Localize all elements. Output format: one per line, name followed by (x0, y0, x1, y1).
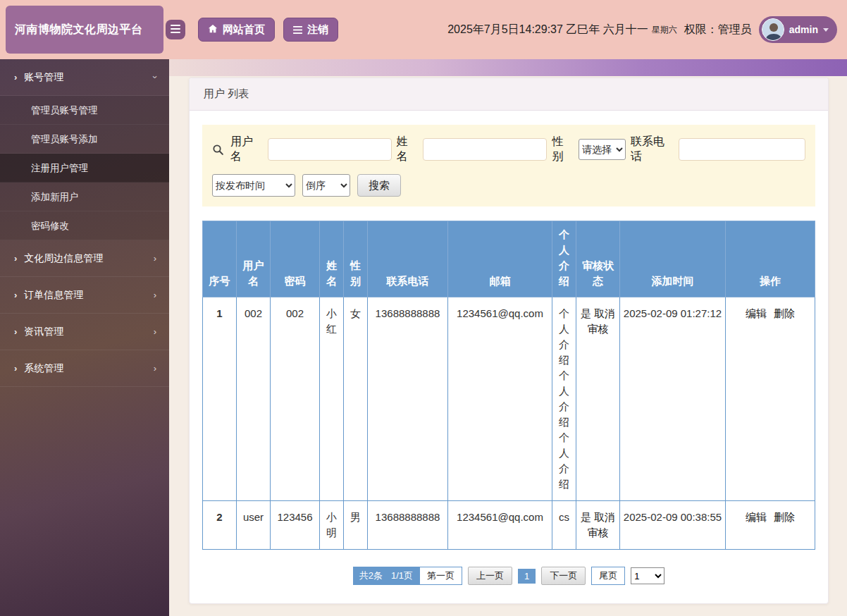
cell-name: 小明 (320, 501, 344, 550)
gender-label: 性别 (552, 135, 574, 164)
sidebar-item-culture-info-management[interactable]: › 文化周边信息管理 › (0, 240, 169, 277)
user-list-card: 用户 列表 用户名 姓名 性别 (189, 78, 829, 604)
page-select[interactable]: 1 (631, 567, 664, 584)
sidebar-subitem-admin-account-add[interactable]: 管理员账号添加 (0, 125, 169, 154)
col-email: 邮箱 (448, 221, 552, 297)
phone-label: 联系电话 (631, 135, 674, 164)
home-button[interactable]: 网站首页 (198, 18, 275, 42)
sidebar-item-news-management[interactable]: › 资讯管理 › (0, 314, 169, 350)
username-input[interactable] (268, 138, 392, 161)
home-button-label: 网站首页 (223, 23, 265, 37)
cancel-audit-link[interactable]: 取消审核 (588, 511, 616, 538)
sidebar-submenu-account: 管理员账号管理 管理员账号添加 注册用户管理 添加新用户 密码修改 (0, 96, 169, 240)
sidebar-item-label: 账号管理 (24, 71, 63, 84)
delete-link[interactable]: 删除 (774, 307, 795, 319)
sidebar-item-label: 资讯管理 (24, 326, 63, 338)
sort-order-select[interactable]: 倒序 (302, 174, 350, 197)
edit-link[interactable]: 编辑 (746, 511, 767, 523)
chevron-right-icon: › (14, 326, 17, 337)
avatar (762, 18, 784, 41)
sidebar-toggle-button[interactable] (166, 20, 185, 39)
logout-button-label: 注销 (307, 23, 328, 37)
delete-link[interactable]: 删除 (774, 511, 795, 523)
sidebar-item-system-management[interactable]: › 系统管理 › (0, 350, 169, 387)
cell-seq: 2 (203, 501, 237, 550)
chevron-right-icon: › (154, 253, 156, 264)
home-icon (208, 24, 218, 36)
last-page-button[interactable]: 尾页 (591, 567, 625, 585)
chevron-down-icon: › (149, 75, 160, 78)
chevron-right-icon: › (14, 290, 17, 300)
edit-link[interactable]: 编辑 (746, 307, 767, 319)
cell-actions: 编辑 删除 (726, 501, 815, 550)
chevron-right-icon: › (14, 72, 17, 82)
cell-intro: 个人介绍个人介绍个人介绍 (552, 297, 576, 501)
cell-name: 小红 (320, 297, 344, 501)
col-username: 用户名 (237, 221, 271, 297)
cell-phone: 13688888888 (368, 501, 448, 550)
permission-text: 权限：管理员 (684, 23, 752, 37)
cell-intro: cs (552, 501, 576, 550)
datetime-text: 2025年7月5日14:29:37 乙巳年 六月十一 (447, 23, 648, 37)
sidebar-item-order-info-management[interactable]: › 订单信息管理 › (0, 277, 169, 314)
gender-select[interactable]: 请选择 (579, 139, 626, 160)
user-menu[interactable]: admin (759, 16, 837, 43)
prev-page-button[interactable]: 上一页 (468, 567, 512, 585)
col-phone: 联系电话 (368, 221, 448, 297)
table-row: 1 002 002 小红 女 13688888888 1234561@qq.co… (203, 297, 815, 501)
search-button[interactable]: 搜索 (357, 174, 401, 197)
username-text: admin (789, 24, 818, 35)
sidebar-item-label: 系统管理 (24, 362, 63, 375)
cell-add-time: 2025-02-09 00:38:55 (620, 501, 726, 550)
sidebar-subitem-registered-user-management[interactable]: 注册用户管理 (0, 154, 169, 183)
first-page-button[interactable]: 第一页 (419, 567, 462, 585)
page-1-button[interactable]: 1 (518, 569, 536, 584)
pagination-info: 共2条 1/1页 (353, 567, 419, 585)
cell-gender: 女 (344, 297, 368, 501)
col-name: 姓名 (320, 221, 344, 297)
sidebar-subitem-add-new-user[interactable]: 添加新用户 (0, 183, 169, 211)
col-audit-status: 审核状态 (576, 221, 620, 297)
cell-audit: 是 取消审核 (576, 501, 620, 550)
chevron-right-icon: › (154, 326, 156, 337)
topbar-right: 2025年7月5日14:29:37 乙巳年 六月十一 星期六 权限：管理员 ad… (447, 16, 837, 43)
phone-input[interactable] (679, 138, 805, 161)
chevron-right-icon: › (154, 363, 156, 374)
sidebar: › 账号管理 › 管理员账号管理 管理员账号添加 注册用户管理 添加新用户 密码… (0, 59, 169, 616)
chevron-right-icon: › (154, 290, 156, 300)
pagination: 共2条 1/1页 第一页 上一页 1 下一页 尾页 1 (202, 567, 815, 585)
weekday-text: 星期六 (652, 24, 677, 36)
audit-status-text: 是 (581, 307, 591, 319)
sidebar-subitem-admin-account-management[interactable]: 管理员账号管理 (0, 96, 169, 125)
page-info-text: 1/1页 (391, 569, 413, 582)
table-header-row: 序号 用户名 密码 姓名 性别 联系电话 邮箱 个人介绍 审核状态 添加时间 操 (203, 221, 815, 297)
search-icon (212, 144, 224, 156)
top-bar: 河南博物院文化周边平台 网站首页 注销 2025年7月5日14:29:37 乙巳… (0, 0, 847, 59)
chevron-right-icon: › (14, 363, 17, 374)
audit-status-text: 是 (581, 511, 591, 523)
col-gender: 性别 (344, 221, 368, 297)
cell-phone: 13688888888 (368, 297, 448, 501)
col-seq: 序号 (203, 221, 237, 297)
col-add-time: 添加时间 (620, 221, 726, 297)
sidebar-item-account-management[interactable]: › 账号管理 › (0, 59, 169, 96)
cell-email: 1234561@qq.com (448, 501, 552, 550)
menu-lines-icon (293, 24, 302, 36)
sort-field-select[interactable]: 按发布时间 (212, 174, 295, 197)
hamburger-icon (171, 23, 180, 36)
total-count-text: 共2条 (359, 569, 383, 582)
table-row: 2 user 123456 小明 男 13688888888 1234561@q… (203, 501, 815, 550)
next-page-button[interactable]: 下一页 (541, 567, 586, 585)
cell-audit: 是 取消审核 (576, 297, 620, 501)
user-table: 序号 用户名 密码 姓名 性别 联系电话 邮箱 个人介绍 审核状态 添加时间 操 (202, 221, 815, 550)
cell-email: 1234561@qq.com (448, 297, 552, 501)
sidebar-item-label: 文化周边信息管理 (24, 252, 103, 265)
cancel-audit-link[interactable]: 取消审核 (588, 307, 616, 335)
logout-button[interactable]: 注销 (283, 18, 338, 42)
name-input[interactable] (423, 138, 547, 161)
name-label: 姓名 (397, 135, 419, 164)
search-panel: 用户名 姓名 性别 请选择 联系电话 (202, 125, 815, 207)
cell-username: user (237, 501, 271, 550)
sidebar-subitem-password-change[interactable]: 密码修改 (0, 211, 169, 240)
chevron-right-icon: › (14, 253, 17, 264)
